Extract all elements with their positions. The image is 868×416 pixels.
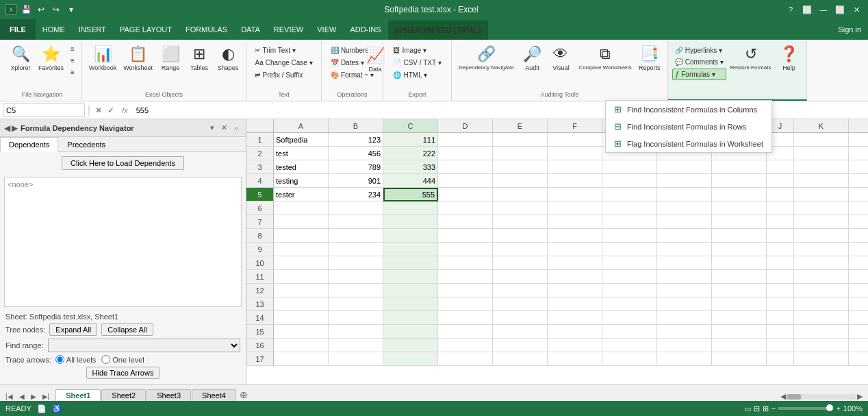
cell-d3[interactable]: [438, 160, 493, 174]
cell-g6[interactable]: [602, 201, 657, 215]
page-break-icon[interactable]: ⊞: [763, 404, 769, 413]
panel-expand-button[interactable]: ⬦: [231, 123, 242, 133]
cell-e5[interactable]: [493, 188, 548, 201]
dropdown-item-3[interactable]: ⊞ Flag Inconsistent Formulas in Workshee…: [606, 135, 771, 152]
menu-file[interactable]: FILE: [0, 19, 36, 40]
cell-a3[interactable]: tested: [274, 160, 329, 174]
row-header-7[interactable]: 7: [246, 215, 274, 229]
sheet-first-btn[interactable]: |◀: [3, 392, 16, 401]
row-header-3[interactable]: 3: [246, 160, 274, 174]
cell-k5[interactable]: [794, 188, 849, 201]
cell-f5[interactable]: [548, 188, 602, 201]
panel-dropdown-button[interactable]: ▾: [207, 123, 217, 133]
dep-nav-button[interactable]: 🔗 Dependency Navigator: [456, 42, 517, 74]
cell-l3[interactable]: [849, 160, 868, 174]
help-button[interactable]: ?: [784, 3, 797, 16]
row-header-4[interactable]: 4: [246, 174, 274, 188]
dropdown-item-1[interactable]: ⊞ Find Inconsistent Formulas in Columns: [606, 101, 771, 118]
zoom-in-button[interactable]: +: [836, 404, 840, 413]
cell-j4[interactable]: [767, 174, 794, 188]
cell-e4[interactable]: [493, 174, 548, 188]
cell-k4[interactable]: [794, 174, 849, 188]
image-button[interactable]: 🖼 Image ▾: [390, 45, 429, 56]
maximize-button[interactable]: ⬜: [834, 3, 846, 16]
menu-page-layout[interactable]: PAGE LAYOUT: [113, 19, 179, 40]
row-header-16[interactable]: 16: [246, 339, 274, 352]
cell-j5[interactable]: [767, 188, 794, 201]
cell-l2[interactable]: [849, 147, 868, 160]
cell-h6[interactable]: [657, 201, 712, 215]
range-button[interactable]: ⬜ Range: [157, 42, 184, 75]
menu-insert[interactable]: INSERT: [72, 19, 113, 40]
worksheet-button[interactable]: 📋 Worksheet: [120, 42, 155, 75]
menu-view[interactable]: VIEW: [310, 19, 343, 40]
hyperlinks-button[interactable]: 🔗 Hyperlinks ▾: [672, 45, 726, 56]
precedents-tab[interactable]: Precedents: [58, 137, 114, 151]
row-header-5[interactable]: 5: [246, 188, 274, 201]
file-nav-btn1[interactable]: ≡: [68, 44, 77, 54]
panel-close-button[interactable]: ✕: [218, 123, 230, 133]
cell-f6[interactable]: [548, 201, 602, 215]
close-button[interactable]: ✕: [850, 3, 863, 16]
help-ribbon-button[interactable]: ❓ Help: [775, 42, 802, 75]
cell-i5[interactable]: [712, 188, 767, 201]
cell-d2[interactable]: [438, 147, 493, 160]
file-nav-btn3[interactable]: ≡: [68, 67, 77, 77]
cell-d1[interactable]: [438, 133, 493, 147]
all-levels-radio-label[interactable]: All levels: [55, 355, 96, 364]
sheet-last-btn[interactable]: ▶|: [40, 392, 53, 401]
collapse-all-button[interactable]: Collapse All: [101, 323, 153, 336]
prefix-suffix-button[interactable]: ⇌ Prefix / Suffix: [252, 70, 305, 80]
formulas-dropdown-button[interactable]: ƒ Formulas ▾: [672, 69, 726, 80]
menu-data[interactable]: DATA: [234, 19, 267, 40]
cell-a1[interactable]: Softpedia: [274, 133, 329, 147]
workbook-button[interactable]: 📊 Workbook: [86, 42, 119, 75]
cell-c1[interactable]: 111: [383, 133, 438, 147]
cell-a5[interactable]: tester: [274, 188, 329, 201]
dropdown-item-2[interactable]: ⊟ Find Inconsistent Formulas in Rows: [606, 118, 771, 135]
cell-g3[interactable]: [602, 160, 657, 174]
change-case-button[interactable]: Aa Change Case ▾: [252, 58, 315, 68]
cell-l4[interactable]: [849, 174, 868, 188]
xplorer-button[interactable]: 🔍 Xplorer: [7, 42, 34, 75]
row-header-11[interactable]: 11: [246, 270, 274, 284]
cell-e1[interactable]: [493, 133, 548, 147]
all-levels-radio[interactable]: [55, 355, 64, 364]
col-header-k[interactable]: K: [794, 119, 849, 132]
cell-e2[interactable]: [493, 147, 548, 160]
cell-a6[interactable]: [274, 201, 329, 215]
cell-f2[interactable]: [548, 147, 602, 160]
cell-k1[interactable]: [794, 133, 849, 147]
trim-text-button[interactable]: ✂ Trim Text ▾: [252, 45, 298, 56]
cell-d4[interactable]: [438, 174, 493, 188]
row-header-13[interactable]: 13: [246, 297, 274, 311]
row-header-12[interactable]: 12: [246, 284, 274, 297]
cell-k3[interactable]: [794, 160, 849, 174]
comments-button[interactable]: 💬 Comments ▾: [672, 57, 726, 67]
menu-addins[interactable]: ADD-INS: [343, 19, 387, 40]
cell-l6[interactable]: [849, 201, 868, 215]
h-scroll-right[interactable]: ▶: [857, 392, 863, 401]
minimize-button[interactable]: —: [817, 3, 830, 16]
cancel-formula-button[interactable]: ✕: [93, 105, 104, 116]
cell-b5[interactable]: 234: [329, 188, 383, 201]
menu-formulas[interactable]: FORMULAS: [179, 19, 234, 40]
cell-c3[interactable]: 333: [383, 160, 438, 174]
cell-d5[interactable]: [438, 188, 493, 201]
row-header-9[interactable]: 9: [246, 243, 274, 256]
reports-button[interactable]: 📑 Reports: [636, 42, 663, 75]
file-nav-btn2[interactable]: ≡: [68, 56, 77, 66]
row-header-2[interactable]: 2: [246, 147, 274, 160]
confirm-formula-button[interactable]: ✓: [105, 105, 116, 116]
csv-txt-button[interactable]: 📄 CSV / TXT ▾: [390, 58, 444, 68]
sheet-tab-sheet1[interactable]: Sheet1: [55, 389, 101, 401]
dates-button[interactable]: 📅 Dates ▾: [328, 58, 367, 68]
cell-b3[interactable]: 789: [329, 160, 383, 174]
sign-in-button[interactable]: Sign in: [831, 19, 868, 40]
name-box[interactable]: [3, 103, 85, 117]
cell-h3[interactable]: [657, 160, 712, 174]
h-scroll-left[interactable]: ◀: [780, 392, 786, 401]
one-level-radio[interactable]: [101, 355, 110, 364]
zoom-slider[interactable]: [778, 407, 833, 410]
col-header-a[interactable]: A: [274, 119, 329, 132]
